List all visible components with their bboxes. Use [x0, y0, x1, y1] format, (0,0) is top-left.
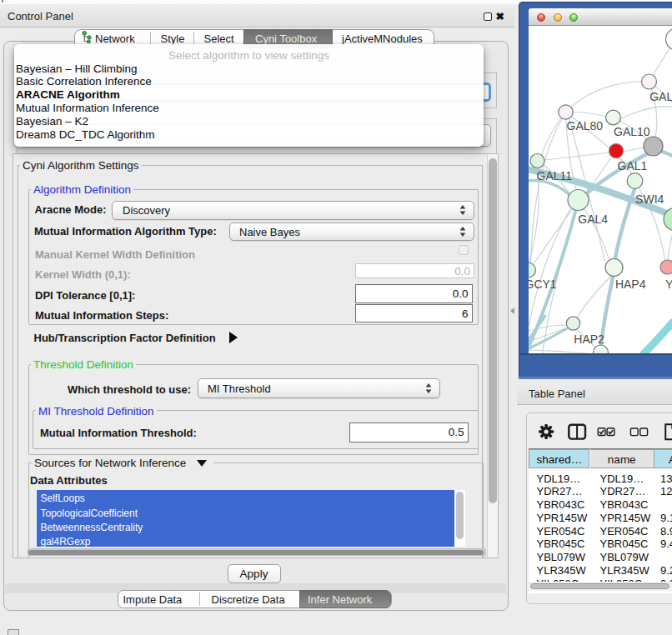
svg-text:HAP2: HAP2	[574, 332, 604, 346]
svg-text:Y: Y	[665, 278, 672, 291]
svg-text:GAL1: GAL1	[617, 159, 647, 172]
svg-text:GCY1: GCY1	[529, 278, 557, 291]
svg-text:GAL4: GAL4	[578, 212, 608, 226]
svg-text:GAL11: GAL11	[536, 169, 572, 182]
svg-text:GAL10: GAL10	[614, 125, 650, 138]
svg-text:GAL7: GAL7	[649, 90, 672, 103]
svg-text:GAL80: GAL80	[566, 119, 603, 132]
svg-text:SWI4: SWI4	[635, 192, 664, 206]
svg-text:HAP4: HAP4	[614, 278, 645, 291]
